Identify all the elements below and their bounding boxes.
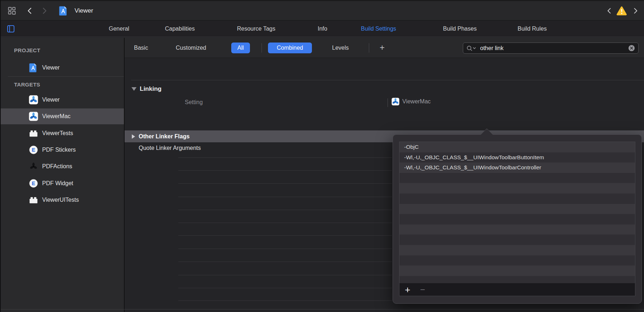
list-item-empty <box>399 193 635 204</box>
row-separator <box>178 183 392 184</box>
remove-flag-button[interactable]: − <box>420 285 425 294</box>
row-separator <box>178 288 392 288</box>
list-item-empty <box>399 204 635 214</box>
sidebar-item-target-viewermac[interactable]: ViewerMac <box>1 108 124 124</box>
view-levels[interactable]: Levels <box>332 38 349 58</box>
warning-icon[interactable] <box>616 6 627 16</box>
sidebar-item-label: PDF Stickers <box>42 147 76 153</box>
search-scope-icon[interactable] <box>466 45 477 52</box>
sidebar-item-project-viewer[interactable]: Viewer <box>1 61 124 75</box>
filterbar-divider <box>369 43 369 53</box>
row-separator <box>178 170 392 171</box>
list-item-empty <box>399 255 635 266</box>
project-doc-icon <box>29 63 38 72</box>
list-item[interactable]: -Wl,-U,_OBJC_CLASS_$__UIWindowToolbarCon… <box>399 162 635 173</box>
editor-toolbar: Viewer <box>1 1 644 21</box>
tab-general[interactable]: General <box>109 21 129 37</box>
sidebar-divider <box>8 76 124 77</box>
setting-name: Quote Linker Arguments <box>139 145 201 151</box>
disclosure-triangle-icon[interactable] <box>132 134 135 139</box>
row-separator <box>178 249 392 249</box>
sidebar-item-target-viewertests[interactable]: ViewerTests <box>1 126 124 141</box>
xcode-window: Viewer General Capabilities Resource Tag… <box>0 0 644 312</box>
project-section-header: PROJECT <box>14 47 40 53</box>
sidebar-item-target-viewer[interactable]: Viewer <box>1 93 124 107</box>
column-header-target-label: ViewerMac <box>402 98 431 105</box>
search-input[interactable]: other link <box>463 43 639 54</box>
search-value: other link <box>480 45 504 52</box>
sidebar-item-target-pdfactions[interactable]: PDFActions <box>1 159 124 174</box>
setting-name: Other Linker Flags <box>139 133 189 140</box>
project-file-icon <box>59 6 67 15</box>
app-target-icon <box>29 95 38 104</box>
sidebar-item-label: PDFActions <box>42 163 72 170</box>
list-item[interactable]: -Wl,-U,_OBJC_CLASS_$__UIWindowToolbarBut… <box>399 152 635 163</box>
linker-flags-popover: -ObjC -Wl,-U,_OBJC_CLASS_$__UIWindowTool… <box>393 134 642 304</box>
sidebar-item-label: Viewer <box>42 97 60 103</box>
section-linking[interactable]: Linking <box>131 85 161 93</box>
tab-capabilities[interactable]: Capabilities <box>165 21 195 37</box>
back-button[interactable] <box>26 7 34 15</box>
row-separator <box>178 235 392 236</box>
tab-info[interactable]: Info <box>318 21 327 37</box>
test-target-icon <box>29 129 38 138</box>
row-separator <box>178 300 392 301</box>
row-separator <box>178 197 392 197</box>
list-item-empty <box>399 183 635 193</box>
list-item-empty <box>399 173 635 183</box>
list-item-empty <box>399 214 635 224</box>
previous-issue-button[interactable] <box>606 7 614 15</box>
popover-toolbar: + − <box>399 283 635 296</box>
sidebar-item-target-pdf-stickers[interactable]: E PDF Stickers <box>1 143 124 157</box>
svg-text:E: E <box>32 147 35 153</box>
sidebar-item-label: Viewer <box>42 64 60 71</box>
sidebar-item-target-pdf-widget[interactable]: E PDF Widget <box>1 176 124 191</box>
forward-button[interactable] <box>40 7 48 15</box>
linker-flags-list: -ObjC -Wl,-U,_OBJC_CLASS_$__UIWindowTool… <box>399 142 635 296</box>
add-flag-button[interactable]: + <box>405 285 410 294</box>
project-targets-sidebar: PROJECT Viewer TARGETS <box>1 38 125 312</box>
test-target-icon <box>29 195 38 205</box>
add-setting-button[interactable]: + <box>380 38 385 58</box>
list-item[interactable]: -ObjC <box>399 142 635 152</box>
related-items-icon[interactable] <box>8 6 16 15</box>
svg-text:E: E <box>32 180 35 186</box>
row-separator <box>178 223 392 223</box>
collapse-triangle-icon[interactable] <box>131 87 137 91</box>
row-separator <box>178 210 392 210</box>
row-separator <box>178 157 392 158</box>
sidebar-item-target-vieweruitests[interactable]: ViewerUITests <box>1 193 124 207</box>
list-item-empty <box>399 224 635 235</box>
column-header-setting: Setting <box>185 99 203 106</box>
scope-all-selected[interactable]: All <box>231 43 250 53</box>
sidebar-item-label: ViewerMac <box>42 113 71 120</box>
view-combined-selected[interactable]: Combined <box>268 43 312 53</box>
tab-build-settings[interactable]: Build Settings <box>361 21 396 37</box>
extension-target-icon: E <box>29 179 38 188</box>
scope-customized[interactable]: Customized <box>176 38 206 58</box>
sidebar-item-label: PDF Widget <box>42 180 73 187</box>
tab-build-phases[interactable]: Build Phases <box>443 21 477 37</box>
section-top-rule <box>131 80 644 80</box>
filterbar-divider <box>261 43 262 53</box>
list-item-empty <box>399 245 635 255</box>
app-target-icon <box>29 112 38 121</box>
row-separator <box>178 275 392 275</box>
tab-build-rules[interactable]: Build Rules <box>518 21 547 37</box>
targets-list-toggle-icon[interactable] <box>7 25 15 33</box>
extension-target-icon: E <box>29 145 38 155</box>
scope-basic[interactable]: Basic <box>134 38 148 58</box>
clear-search-icon[interactable] <box>628 45 635 52</box>
column-header-target: ViewerMac <box>392 98 431 106</box>
list-item-empty <box>399 235 635 245</box>
editor-tabbar: General Capabilities Resource Tags Info … <box>1 21 644 37</box>
tab-resource-tags[interactable]: Resource Tags <box>237 21 275 37</box>
next-issue-button[interactable] <box>632 7 640 15</box>
list-item-empty <box>399 266 635 276</box>
document-title: Viewer <box>75 7 93 14</box>
sidebar-item-label: ViewerTests <box>42 130 73 137</box>
targets-section-header: TARGETS <box>14 81 40 88</box>
column-divider <box>388 98 388 107</box>
build-settings-filterbar: Basic Customized All Combined Levels + <box>125 38 644 58</box>
sidebar-item-label: ViewerUITests <box>42 197 79 203</box>
